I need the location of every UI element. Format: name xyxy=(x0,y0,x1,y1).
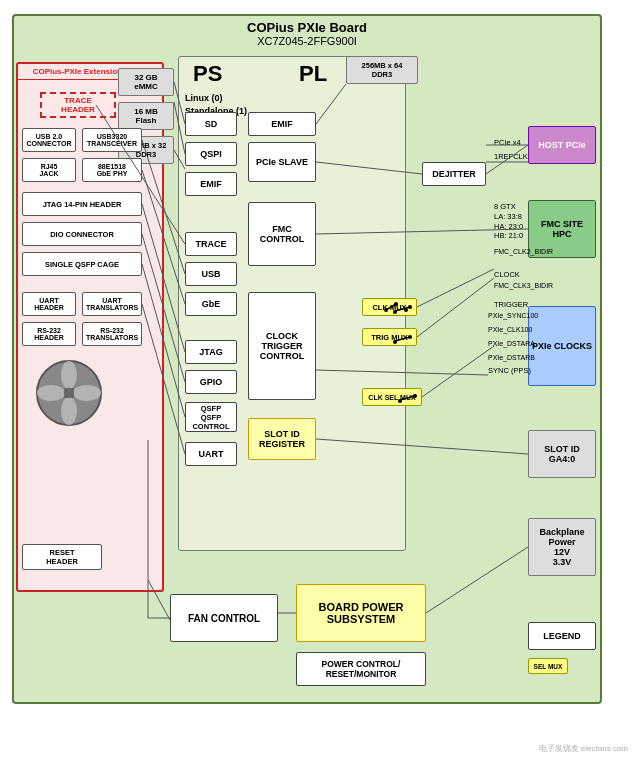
fmc-clk3-label: FMC_CLK3_BIDIR xyxy=(494,282,553,289)
clk-mux-block: CLK MUX xyxy=(362,298,417,316)
sync-label: SYNC (PPS) xyxy=(488,366,531,375)
uart-ps-block: UART xyxy=(185,442,237,466)
fmc-control-block: FMC CONTROL xyxy=(248,202,316,266)
pl-label: PL xyxy=(299,61,327,87)
dejitter-block: DEJITTER xyxy=(422,162,486,186)
fan-area xyxy=(28,358,110,428)
svg-point-9 xyxy=(61,397,77,425)
fmc-clk2-label: FMC_CLK2_BIDIR xyxy=(494,248,553,255)
svg-point-8 xyxy=(73,385,101,401)
slot-id-ga-block: SLOT ID GA4:0 xyxy=(528,430,596,478)
host-pcie-block: HOST PCIe xyxy=(528,126,596,164)
gpio-block: GPIO xyxy=(185,370,237,394)
rs232-translators-block: RS-232 TRANSLATORS xyxy=(82,322,142,346)
fan-control-block: FAN CONTROL xyxy=(170,594,278,642)
gbe-block: GbE xyxy=(185,292,237,316)
uart-translators-block: UART TRANSLATORS xyxy=(82,292,142,316)
ddr3-pl-block: 256MB x 64 DDR3 xyxy=(346,56,418,84)
clock-trigger-block: CLOCK TRIGGER CONTROL xyxy=(248,292,316,400)
backplane-block: Backplane Power 12V 3.3V xyxy=(528,518,596,576)
fan-icon xyxy=(35,359,103,427)
dio-connector-block: DIO CONNECTOR xyxy=(22,222,142,246)
jtag-header-block: JTAG 14-PIN HEADER xyxy=(22,192,142,216)
svg-point-7 xyxy=(61,361,77,389)
clock-label: CLOCK xyxy=(494,270,520,279)
gbe-phy-block: 88E1518 GbE PHY xyxy=(82,158,142,182)
slot-id-register-block: SLOT ID REGISTER xyxy=(248,418,316,460)
emmc-block: 32 GB eMMC xyxy=(118,68,174,96)
usb-block: USB xyxy=(185,262,237,286)
emif-pl-block: EMIF xyxy=(248,112,316,136)
pcie-x4-label: PCIe x4 xyxy=(494,138,521,147)
linux-label: Linux (0) xyxy=(185,93,223,103)
flash-block: 16 MB Flash xyxy=(118,102,174,130)
reset-header-block: RESET HEADER xyxy=(22,544,102,570)
pxie-dstarb-label: PXIe_DSTARB xyxy=(488,354,535,361)
main-wrapper: COPius PXIe Board XC7Z045-2FFG900I PS PL… xyxy=(0,0,640,758)
jtag-block: JTAG xyxy=(185,340,237,364)
svg-point-1 xyxy=(384,308,388,312)
qspi-block: QSPI xyxy=(185,142,237,166)
pxie-sync100-label: PXIe_SYNC100 xyxy=(488,312,538,319)
clk-sel-mux-block: CLK SEL MUX xyxy=(362,388,422,406)
trace-header-block: TRACE HEADER xyxy=(40,92,116,118)
power-control-block: POWER CONTROL/ RESET/MONITOR xyxy=(296,652,426,686)
uart-header-block: UART HEADER xyxy=(22,292,76,316)
emif-ps-block: EMIF xyxy=(185,172,237,196)
ps-label: PS xyxy=(193,61,222,87)
watermark: 电子发烧友 elecfans.com xyxy=(539,743,628,754)
usb3320-block: USB3320 TRANSCEIVER xyxy=(82,128,142,152)
rj45-block: RJ45 JACK xyxy=(22,158,76,182)
pxie-dstara-label: PXIe_DSTARA xyxy=(488,340,535,347)
svg-point-11 xyxy=(64,388,74,398)
board-subtitle: XC7Z045-2FFG900I xyxy=(14,35,600,47)
usb-connector-block: USB 2.0 CONNECTOR xyxy=(22,128,76,152)
svg-point-10 xyxy=(37,385,65,401)
board-power-block: BOARD POWER SUBSYSTEM xyxy=(296,584,426,642)
refclk-label: 1REFCLK xyxy=(494,152,528,161)
sel-mux-legend: SEL MUX xyxy=(528,658,568,674)
trig-mux-block: TRIG MUX xyxy=(362,328,417,346)
rs232-header-block: RS-232 HEADER xyxy=(22,322,76,346)
legend-block: LEGEND xyxy=(528,622,596,650)
sd-block: SD xyxy=(185,112,237,136)
qsfp-block: QSFP QSFP CONTROL xyxy=(185,402,237,432)
trace-block: TRACE xyxy=(185,232,237,256)
qsfp-cage-block: SINGLE QSFP CAGE xyxy=(22,252,142,276)
clk-mux-icon xyxy=(384,300,414,314)
pxie-clk100-label: PXIe_CLK100 xyxy=(488,326,532,333)
trigger-label: TRIGGER xyxy=(494,300,528,309)
gtx-info-label: 8 GTX LA: 33:8 HA: 23:0 HB: 21:0 xyxy=(494,202,523,241)
pcie-slave-block: PCIe SLAVE xyxy=(248,142,316,182)
board-title: COPius PXIe Board xyxy=(14,16,600,35)
